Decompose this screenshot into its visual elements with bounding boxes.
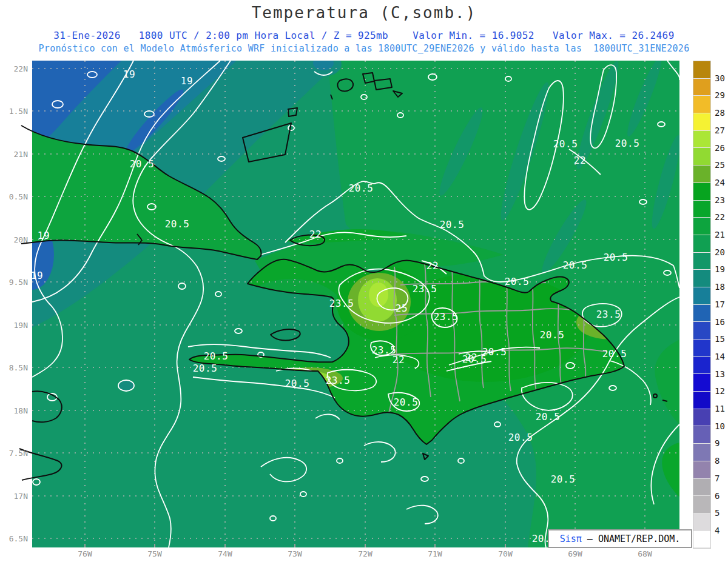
colorbar-label: 7: [715, 473, 720, 483]
x-axis-label: 70W: [498, 549, 512, 558]
contour-label: 23.5: [326, 375, 351, 386]
colorbar-segment: [693, 409, 710, 427]
colorbar-segment: [693, 218, 710, 235]
colorbar-segment: [693, 479, 710, 497]
colorbar-label: 19: [715, 264, 725, 274]
colorbar-segment: [693, 166, 710, 183]
x-axis-label: 76W: [78, 549, 92, 558]
x-axis-label: 72W: [358, 549, 372, 558]
colorbar-segment: [693, 461, 710, 479]
branding-box: Sisπ – ONAMET/REP.DOM.: [548, 529, 692, 548]
y-axis-label: 1.5N: [2, 107, 28, 116]
colorbar-label: 29: [715, 90, 725, 100]
contour-label: 22: [465, 352, 477, 363]
contour-label: 20.5: [204, 350, 229, 362]
colorbar-label: 17: [715, 299, 725, 309]
y-axis-label: 21N: [2, 150, 28, 159]
contour-label: 23.5: [596, 309, 621, 320]
colorbar-segment: [693, 496, 710, 513]
y-axis-label: 17N: [2, 492, 28, 501]
x-axis-tick: [365, 544, 366, 547]
colorbar-label: 11: [715, 404, 725, 413]
x-axis-label: 73W: [288, 549, 302, 558]
colorbar-segment: [693, 270, 710, 287]
contour-label: 20.5: [553, 138, 578, 150]
contour-label: 23.5: [329, 298, 354, 309]
y-axis-label: 0.5N: [2, 192, 28, 201]
contour-label: 22: [309, 229, 322, 240]
x-axis-tick: [434, 544, 436, 547]
colorbar-label: 28: [715, 108, 725, 118]
x-axis-label: 68W: [638, 549, 652, 558]
contour-label: 22: [426, 260, 439, 272]
colorbar-segment: [693, 287, 710, 305]
colorbar-segment: [693, 322, 710, 340]
contour-label: 20.5: [604, 252, 629, 263]
y-axis-label: 18N: [2, 406, 28, 415]
colorbar-segment: [693, 183, 710, 201]
colorbar-segment: [693, 374, 710, 392]
y-axis-label: 7.5N: [2, 449, 28, 458]
colorbar-segment: [693, 201, 710, 218]
contour-label: 19: [38, 230, 50, 241]
contour-label: 19: [31, 270, 43, 281]
branding-org: ONAMET/REP.DOM.: [598, 534, 680, 544]
colorbar-label: 15: [715, 334, 725, 344]
colorbar-segment: [693, 340, 710, 357]
colorbar-label: 27: [715, 125, 725, 135]
y-axis-label: 22N: [2, 64, 28, 73]
contour-label: 23.5: [413, 283, 437, 295]
y-axis-label: 19N: [2, 321, 28, 330]
colorbar-label: 5: [715, 508, 720, 518]
contour-label: 20.5: [165, 218, 190, 230]
contour-label: 23.5: [434, 311, 459, 323]
contour-label: 20.5: [285, 378, 310, 389]
x-axis-label: 69W: [568, 549, 582, 558]
contour-label: 20.5: [551, 473, 576, 485]
colorbar-segment: [693, 79, 710, 96]
y-axis-label: 9.5N: [2, 278, 28, 287]
contour-label: 20.5: [505, 276, 530, 287]
temperature-colorbar: [693, 61, 711, 549]
x-axis-tick: [294, 544, 295, 547]
colorbar-segment: [693, 305, 710, 323]
colorbar-label: 30: [715, 73, 725, 83]
colorbar-label: 21: [715, 230, 725, 239]
colorbar-label: 12: [715, 386, 725, 396]
colorbar-segment: [693, 444, 710, 461]
colorbar-segment: [693, 61, 710, 79]
y-axis-label: 20N: [2, 235, 28, 244]
colorbar-segment: [693, 235, 710, 253]
colorbar-label: 9: [715, 438, 720, 448]
contour-label: 19: [123, 69, 135, 80]
colorbar-label: 4: [715, 526, 720, 535]
colorbar-segment: [693, 531, 710, 549]
x-axis-label: 75W: [147, 549, 161, 558]
colorbar-segment: [693, 131, 710, 149]
colorbar-label: 22: [715, 212, 725, 222]
contour-label: 20.5: [394, 396, 419, 408]
colorbar-segment: [693, 148, 710, 166]
weather-map: [0, 0, 728, 562]
contour-label: 20.5: [563, 259, 588, 271]
x-axis-tick: [154, 544, 155, 547]
x-axis-tick: [505, 544, 506, 547]
y-axis-label: 6.5N: [2, 534, 28, 543]
contour-label: 20.5: [349, 182, 374, 194]
colorbar-segment: [693, 253, 710, 270]
y-axis-label: 8.5N: [2, 363, 28, 372]
sis-pi-logo: Sisπ: [560, 534, 582, 544]
colorbar-segment: [693, 113, 710, 131]
contour-label: 23.5: [372, 344, 397, 356]
contour-label: 20.5: [508, 432, 533, 443]
colorbar-label: 8: [715, 456, 720, 466]
colorbar-label: 6: [715, 491, 720, 501]
colorbar-label: 14: [715, 352, 725, 361]
contour-label: 20.5: [540, 329, 565, 341]
colorbar-segment: [693, 426, 710, 444]
x-axis-tick: [84, 544, 86, 547]
colorbar-segment: [693, 392, 710, 409]
colorbar-label: 13: [715, 369, 725, 379]
colorbar-label: 16: [715, 317, 725, 327]
contour-label: 20.5: [193, 363, 218, 374]
